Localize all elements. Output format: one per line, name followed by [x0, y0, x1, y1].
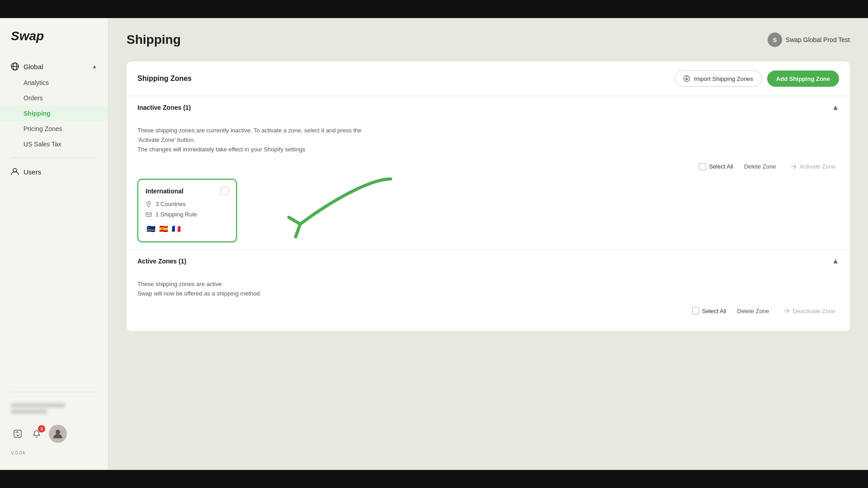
user-icon — [11, 168, 19, 176]
nav-section-global: Global ▲ Analytics Orders Shipping Prici… — [0, 58, 108, 152]
zones-header-actions: Import Shipping Zones Add Shipping Zone — [675, 70, 839, 87]
globe-icon — [11, 62, 19, 70]
active-zone-actions: Select All Delete Zone Deactivate Zone — [137, 306, 839, 316]
sidebar-item-us-sales-tax[interactable]: US Sales Tax — [0, 136, 108, 152]
zone-card-shipping-count: 1 Shipping Rule — [156, 211, 197, 218]
account-avatar: S — [768, 33, 782, 47]
account-name: Swap Global Prod Test — [786, 36, 850, 43]
zone-card-international-flags: 🇨🇼 🇪🇸 🇫🇷 — [146, 223, 229, 234]
active-section-title: Active Zones (1) — [137, 258, 186, 265]
zone-card-shipping-row: 1 Shipping Rule — [146, 211, 229, 218]
inactive-activate-label: Activate Zone — [800, 163, 836, 170]
mail-icon — [146, 211, 152, 218]
user-email-blurred — [11, 409, 47, 414]
sidebar-nav: Global ▲ Analytics Orders Shipping Prici… — [0, 58, 108, 386]
sidebar-action-swap[interactable] — [11, 427, 24, 441]
zone-card-countries-row: 3 Countries — [146, 201, 229, 207]
swap-icon — [14, 430, 22, 438]
active-delete-zone-button[interactable]: Delete Zone — [734, 306, 773, 316]
nav-global-left: Global — [11, 62, 43, 70]
active-select-all[interactable]: Select All — [692, 307, 726, 314]
sidebar-item-orders[interactable]: Orders — [0, 90, 108, 106]
inactive-zones-section: Inactive Zones (1) ▲ These shipping zone… — [127, 96, 850, 250]
nav-users[interactable]: Users — [0, 163, 108, 180]
svg-point-7 — [148, 202, 150, 204]
zone-card-countries-count: 3 Countries — [156, 201, 185, 207]
active-collapse-icon[interactable]: ▲ — [832, 257, 839, 265]
active-zone-description: These shipping zones are active Swap wil… — [137, 280, 409, 299]
page-header: Shipping S Swap Global Prod Test — [127, 33, 850, 47]
inactive-collapse-icon[interactable]: ▲ — [832, 103, 839, 112]
nav-global-children: Analytics Orders Shipping Pricing Zones … — [0, 75, 108, 152]
inactive-activate-zone-button[interactable]: Activate Zone — [787, 161, 840, 172]
arrow-svg — [246, 170, 418, 260]
activate-icon — [791, 164, 797, 170]
header-right: S Swap Global Prod Test — [768, 33, 850, 47]
inactive-section-body: These shipping zones are currently inact… — [127, 119, 850, 249]
sidebar-actions: 3 — [0, 419, 108, 448]
user-profile — [0, 398, 108, 419]
deactivate-icon — [783, 308, 790, 314]
active-deactivate-label: Deactivate Zone — [793, 308, 835, 314]
add-shipping-zone-button[interactable]: Add Shipping Zone — [767, 70, 839, 87]
sidebar-item-analytics[interactable]: Analytics — [0, 75, 108, 90]
pin-icon — [146, 201, 152, 207]
nav-global-label: Global — [24, 63, 43, 70]
flag-es: 🇪🇸 — [158, 223, 169, 234]
sidebar-item-pricing-zones[interactable]: Pricing Zones — [0, 121, 108, 136]
zones-card-header: Shipping Zones Import Shipping Zones Add… — [127, 61, 850, 96]
import-icon — [683, 75, 690, 82]
inactive-select-all-label: Select All — [709, 163, 733, 170]
chevron-up-icon: ▲ — [92, 63, 97, 70]
active-zones-section: Active Zones (1) ▲ These shipping zones … — [127, 250, 850, 331]
page-title: Shipping — [127, 33, 181, 47]
zone-card-international[interactable]: International 3 Cou — [137, 179, 237, 242]
top-bar — [0, 0, 868, 18]
sidebar-item-shipping[interactable]: Shipping — [0, 106, 108, 121]
svg-rect-4 — [14, 430, 21, 437]
svg-point-5 — [56, 430, 60, 434]
inactive-select-all-checkbox[interactable] — [699, 163, 706, 170]
flag-cw: 🇨🇼 — [146, 223, 156, 234]
inactive-section-title: Inactive Zones (1) — [137, 104, 191, 111]
notification-btn[interactable]: 3 — [30, 427, 43, 441]
nav-users-label: Users — [24, 168, 41, 176]
active-desc-line2: Swap will now be offered as a shipping m… — [137, 290, 260, 297]
zone-card-international-header: International — [146, 187, 229, 195]
inactive-section-header[interactable]: Inactive Zones (1) ▲ — [127, 96, 850, 119]
inactive-delete-zone-button[interactable]: Delete Zone — [741, 161, 780, 172]
arrow-annotation — [246, 170, 418, 260]
zone-card-international-checkbox[interactable] — [221, 187, 229, 195]
active-select-all-checkbox[interactable] — [692, 307, 699, 314]
zone-card-international-info: 3 Countries 1 Shipping Rule — [146, 201, 229, 218]
notification-count: 3 — [38, 425, 45, 432]
nav-global[interactable]: Global ▲ — [0, 58, 108, 75]
active-deactivate-zone-button[interactable]: Deactivate Zone — [780, 306, 839, 316]
version-label: V.0.04 — [0, 448, 108, 459]
shipping-zones-card: Shipping Zones Import Shipping Zones Add… — [127, 61, 850, 331]
inactive-zone-description: These shipping zones are currently inact… — [137, 126, 409, 154]
sidebar: Swap Global ▲ Analytic — [0, 18, 108, 470]
zones-card-title: Shipping Zones — [137, 75, 192, 83]
flag-fr: 🇫🇷 — [171, 223, 182, 234]
bottom-bar — [0, 470, 868, 488]
active-select-all-label: Select All — [702, 308, 726, 314]
main-content: Shipping S Swap Global Prod Test Shippin… — [108, 18, 868, 470]
user-name-blurred — [11, 403, 65, 408]
inactive-zone-actions: Select All Delete Zone Activate Zone — [137, 161, 839, 172]
svg-rect-8 — [146, 213, 151, 216]
account-badge: S Swap Global Prod Test — [768, 33, 850, 47]
active-desc-line1: These shipping zones are active — [137, 281, 222, 287]
zone-card-international-name: International — [146, 188, 184, 195]
sidebar-avatar[interactable] — [49, 425, 67, 443]
active-section-header[interactable]: Active Zones (1) ▲ — [127, 250, 850, 272]
sidebar-bottom-divider — [11, 392, 97, 392]
import-btn-label: Import Shipping Zones — [694, 75, 753, 82]
avatar-image — [52, 427, 64, 440]
sidebar-divider — [11, 157, 97, 158]
inactive-select-all[interactable]: Select All — [699, 163, 733, 170]
inactive-zones-grid: International 3 Cou — [137, 179, 839, 242]
import-shipping-zones-button[interactable]: Import Shipping Zones — [675, 70, 762, 87]
inactive-desc-line3: The changes will immediately take effect… — [137, 146, 305, 153]
inactive-desc-line1: These shipping zones are currently inact… — [137, 127, 361, 134]
